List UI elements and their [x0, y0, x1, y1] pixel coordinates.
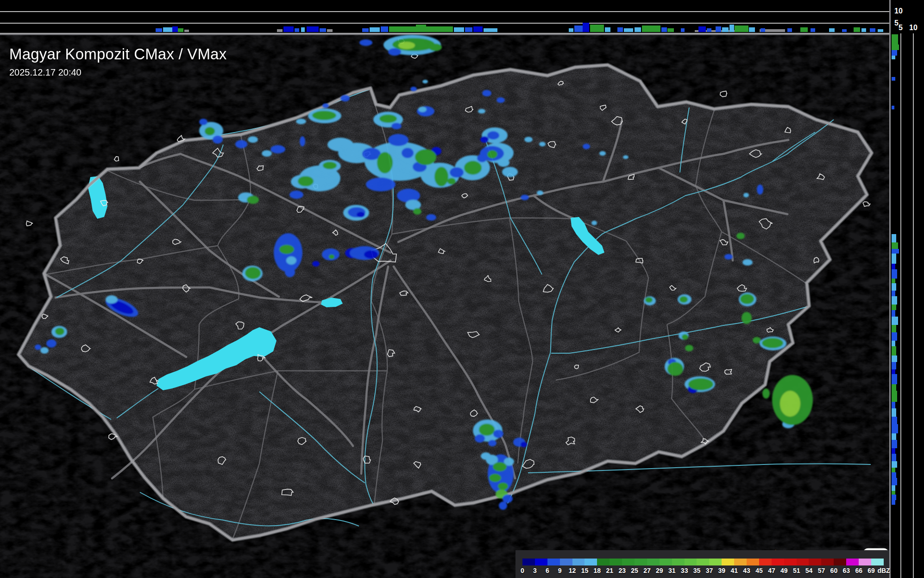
legend-cell	[560, 559, 572, 565]
right-axis-label-10: 10	[909, 24, 918, 32]
map-canvas	[0, 33, 889, 578]
top-profile-canvas	[0, 0, 889, 33]
legend-cell	[635, 559, 647, 565]
legend-label: 47	[768, 567, 775, 574]
dbz-legend: 0369121518212325272931333537394143454749…	[515, 550, 889, 578]
legend-label: 31	[668, 567, 676, 574]
legend-cell	[846, 559, 859, 565]
legend-cell	[697, 559, 709, 565]
legend-cell	[685, 559, 697, 565]
right-profile-canvas	[891, 33, 924, 578]
legend-cell	[610, 559, 622, 565]
legend-label: dBZ	[877, 567, 890, 574]
legend-cell	[722, 559, 734, 565]
legend-cell	[622, 559, 635, 565]
map-timestamp: 2025.12.17 20:40	[9, 67, 226, 78]
legend-cell	[871, 559, 884, 565]
legend-cell	[672, 559, 685, 565]
legend-cell	[585, 559, 597, 565]
top-axis-label-5: 5	[894, 19, 899, 27]
map-title: Magyar Kompozit CMax / VMax	[9, 45, 226, 63]
legend-label: 37	[706, 567, 713, 574]
legend-label: 27	[643, 567, 651, 574]
radar-map: Magyar Kompozit CMax / VMax 2025.12.17 2…	[0, 33, 889, 578]
legend-label: 49	[780, 567, 788, 574]
legend-label: 21	[606, 567, 613, 574]
title-block: Magyar Kompozit CMax / VMax 2025.12.17 2…	[9, 45, 226, 78]
legend-label: 0	[521, 567, 524, 574]
legend-label: 45	[755, 567, 763, 574]
profile-axis-corner: 10 5 5 10	[889, 0, 924, 33]
right-axis-label-5: 5	[899, 24, 903, 32]
legend-label: 41	[730, 567, 738, 574]
legend-label: 33	[681, 567, 688, 574]
legend-label: 15	[581, 567, 589, 574]
legend-label: 43	[743, 567, 750, 574]
legend-cell	[747, 559, 759, 565]
legend-label: 12	[569, 567, 576, 574]
legend-cell	[784, 559, 797, 565]
legend-cell	[535, 559, 547, 565]
legend-cell	[647, 559, 660, 565]
legend-cell	[797, 559, 809, 565]
legend-cell	[522, 559, 535, 565]
top-axis-label-10: 10	[894, 7, 903, 15]
legend-label: 6	[546, 567, 549, 574]
legend-label: 18	[594, 567, 601, 574]
legend-cell	[859, 559, 871, 565]
top-height-profile	[0, 0, 889, 33]
legend-cell	[759, 559, 772, 565]
legend-label: 25	[631, 567, 638, 574]
legend-cell	[547, 559, 560, 565]
legend-cell	[834, 559, 846, 565]
right-height-profile	[889, 33, 924, 578]
legend-label: 35	[693, 567, 701, 574]
legend-label: 29	[656, 567, 663, 574]
radar-app: 10 5 5 10 Magyar Kompozit CMax / VMax 20…	[0, 0, 924, 578]
dbz-labels: 0369121518212325272931333537394143454749…	[515, 567, 889, 576]
legend-cell	[597, 559, 610, 565]
legend-label: 9	[558, 567, 562, 574]
legend-label: 51	[793, 567, 800, 574]
legend-label: 39	[718, 567, 726, 574]
legend-cell	[772, 559, 784, 565]
legend-cell	[660, 559, 672, 565]
legend-cell	[709, 559, 722, 565]
legend-label: 23	[618, 567, 626, 574]
legend-cell	[809, 559, 821, 565]
legend-label: 54	[805, 567, 813, 574]
legend-label: 60	[830, 567, 838, 574]
dbz-colorbar	[522, 559, 884, 565]
legend-cell	[734, 559, 747, 565]
legend-cell	[821, 559, 834, 565]
legend-cell	[572, 559, 585, 565]
legend-label: 3	[533, 567, 537, 574]
legend-label: 57	[818, 567, 825, 574]
legend-label: 66	[855, 567, 862, 574]
legend-label: 69	[867, 567, 875, 574]
legend-label: 63	[843, 567, 850, 574]
